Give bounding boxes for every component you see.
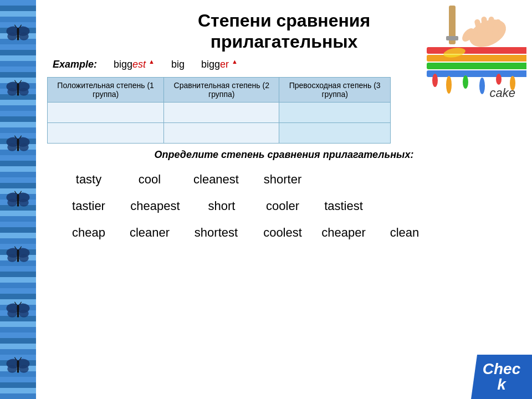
svg-point-16 <box>7 143 17 151</box>
table-header-col1: Положительная степень (1 группа) <box>48 77 164 102</box>
butterfly-3 <box>6 135 30 154</box>
butterfly-5 <box>6 245 30 265</box>
example-word-big: big <box>171 59 185 70</box>
example-word-bigger: bigger ▲ <box>201 58 238 70</box>
comparison-table-wrapper: Положительная степень (1 группа) Сравнит… <box>47 77 391 144</box>
task-section: Определите степень сравнения прилагатель… <box>47 149 521 245</box>
word-row-3: cheap cleaner shortest coolest cheaper c… <box>58 221 521 245</box>
word-cheapest[interactable]: cheapest <box>119 198 191 214</box>
word-row-1: tasty cool cleanest shorter <box>58 167 521 192</box>
word-tasty[interactable]: tasty <box>58 171 119 188</box>
table-cell <box>279 122 391 143</box>
svg-point-30 <box>7 254 17 262</box>
word-shortest[interactable]: shortest <box>180 224 252 241</box>
svg-rect-39 <box>17 305 19 318</box>
svg-point-44 <box>7 365 17 372</box>
svg-rect-18 <box>17 139 19 151</box>
word-cleanest[interactable]: cleanest <box>180 171 252 188</box>
comparison-table: Положительная степень (1 группа) Сравнит… <box>47 77 391 144</box>
butterfly-7 <box>6 356 30 376</box>
word-cool[interactable]: cool <box>119 171 180 188</box>
svg-point-3 <box>19 32 29 40</box>
table-cell <box>164 122 279 143</box>
example-word-biggest: biggest ▲ <box>114 58 155 70</box>
svg-point-45 <box>19 365 29 372</box>
page-title: Степени сравнения прилагательных <box>47 10 521 53</box>
word-row-2: tastier cheapest short cooler tastiest <box>58 194 521 218</box>
word-cheap[interactable]: cheap <box>58 224 119 241</box>
svg-point-17 <box>19 143 29 151</box>
table-cell <box>164 102 279 122</box>
svg-point-2 <box>7 32 17 40</box>
svg-point-24 <box>19 198 29 206</box>
svg-rect-11 <box>17 83 19 96</box>
word-clean[interactable]: clean <box>374 224 435 241</box>
word-tastier[interactable]: tastier <box>58 198 119 214</box>
svg-point-37 <box>7 309 17 317</box>
butterfly-1 <box>6 24 30 43</box>
word-grid: tasty cool cleanest shorter tastier chea… <box>47 167 521 245</box>
left-border <box>0 0 36 399</box>
table-row <box>48 122 391 143</box>
word-tastiest[interactable]: tastiest <box>313 198 374 214</box>
svg-rect-32 <box>17 249 19 262</box>
table-header-col2: Сравнительная степень (2 группа) <box>164 77 279 102</box>
svg-rect-46 <box>17 360 19 373</box>
task-title: Определите степень сравнения прилагатель… <box>47 149 521 161</box>
check-button[interactable]: Check <box>471 355 532 399</box>
table-row <box>48 102 391 122</box>
svg-point-31 <box>19 254 29 262</box>
word-coolest[interactable]: coolest <box>252 224 313 241</box>
table-cell <box>48 102 164 122</box>
example-label: Example: <box>53 59 97 70</box>
word-shorter[interactable]: shorter <box>252 171 313 188</box>
word-cooler[interactable]: cooler <box>252 198 313 214</box>
table-cell <box>279 102 391 122</box>
table-cell <box>48 122 164 143</box>
svg-point-10 <box>19 88 29 95</box>
butterfly-4 <box>6 190 30 209</box>
butterfly-6 <box>6 301 30 320</box>
main-content: Степени сравнения прилагательных Example… <box>36 0 532 399</box>
svg-rect-4 <box>17 28 19 40</box>
word-short[interactable]: short <box>191 198 252 214</box>
table-header-col3: Превосходная степень (3 группа) <box>279 77 391 102</box>
svg-point-23 <box>7 198 17 206</box>
word-cleaner[interactable]: cleaner <box>119 224 180 241</box>
svg-point-38 <box>19 309 29 317</box>
example-row: Example: biggest ▲ big bigger ▲ <box>47 58 521 70</box>
svg-rect-25 <box>17 194 19 207</box>
svg-point-9 <box>7 88 17 95</box>
word-cheaper[interactable]: cheaper <box>313 224 374 241</box>
butterfly-2 <box>6 79 30 99</box>
check-button-label: Check <box>483 361 520 392</box>
